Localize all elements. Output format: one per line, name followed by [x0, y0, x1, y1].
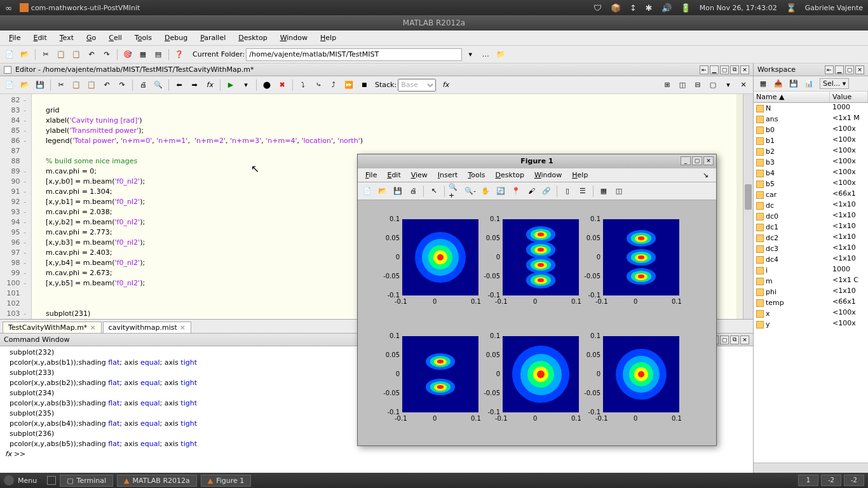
fig-menu-file[interactable]: File — [360, 170, 382, 180]
workspace-row[interactable]: N1000 — [754, 103, 868, 114]
fig-menu-insert[interactable]: Insert — [433, 170, 463, 180]
close-icon[interactable]: ✕ — [740, 336, 749, 344]
app-indicator[interactable]: com-mathworks-util-PostVMInit — [20, 3, 140, 12]
fig-menu-help[interactable]: Help — [567, 170, 593, 180]
close-icon[interactable]: ✕ — [855, 65, 864, 74]
minimize-icon[interactable]: ▁ — [835, 65, 844, 74]
editor-scrollbar[interactable] — [743, 94, 753, 319]
show-tools-icon[interactable]: ◫ — [612, 184, 626, 198]
save-fig-icon[interactable]: 💾 — [391, 184, 405, 198]
workspace-row[interactable]: dc3<1x10 — [754, 243, 868, 254]
task-figure[interactable]: ▲Figure 1 — [201, 475, 252, 487]
workspace-row[interactable]: b5<100x — [754, 179, 868, 189]
pan-icon[interactable]: ✋ — [478, 184, 492, 198]
minimize-icon[interactable]: ▁ — [710, 65, 719, 74]
zoom-out-icon[interactable]: 🔍- — [463, 184, 477, 198]
fx-label[interactable]: fx — [442, 81, 449, 89]
restore-icon[interactable]: ⧉ — [730, 65, 739, 74]
guide-icon[interactable]: ▦ — [136, 48, 150, 62]
volume-icon[interactable]: 🔊 — [661, 3, 672, 13]
forward-icon[interactable]: ➡ — [187, 78, 201, 92]
new-icon[interactable]: 📄 — [3, 48, 17, 62]
workspace-hscroll[interactable] — [754, 463, 868, 473]
workspace-row[interactable]: b2<100x — [754, 146, 868, 157]
dock-icon[interactable]: ⇤ — [700, 65, 709, 74]
workspace-row[interactable]: dc<1x10 — [754, 200, 868, 211]
copy-icon[interactable]: 📋 — [54, 48, 68, 62]
split-h-icon[interactable]: ◫ — [675, 78, 689, 92]
fig-menu-tools[interactable]: Tools — [463, 170, 490, 180]
select-button[interactable]: Sel... ▾ — [820, 78, 849, 89]
menu-edit[interactable]: Edit — [28, 32, 51, 43]
workspace-row[interactable]: dc0<1x10 — [754, 211, 868, 222]
folder-dropdown-icon[interactable]: ▾ — [463, 48, 477, 62]
workspace-row[interactable]: dc2<1x10 — [754, 233, 868, 243]
exit-debug-icon[interactable]: ⏹ — [357, 78, 371, 92]
tile-icon[interactable]: ⊞ — [660, 78, 674, 92]
workspace-header[interactable]: Name ▲ Value — [754, 92, 868, 103]
dock-icon[interactable]: ⇤ — [825, 65, 834, 74]
fig-menu-desktop[interactable]: Desktop — [491, 170, 529, 180]
workspace-row[interactable]: m<1x1 C — [754, 276, 868, 287]
paste-icon[interactable]: 📋 — [69, 48, 83, 62]
bluetooth-icon[interactable]: ✱ — [646, 3, 653, 13]
rotate-icon[interactable]: 🔄 — [494, 184, 508, 198]
workspace-row[interactable]: b1<100x — [754, 135, 868, 146]
minimize-icon[interactable]: _ — [681, 156, 691, 165]
legend-icon[interactable]: ☰ — [576, 184, 590, 198]
apps-icon[interactable]: ∞ — [5, 3, 12, 13]
header-value[interactable]: Value — [830, 92, 868, 102]
print-icon[interactable]: 🖨 — [136, 78, 150, 92]
run-dropdown-icon[interactable]: ▾ — [239, 78, 253, 92]
figure-window[interactable]: Figure 1 _ ▢ ✕ File Edit View Insert Too… — [357, 154, 717, 446]
figure-title[interactable]: Figure 1 _ ▢ ✕ — [358, 154, 716, 168]
menu-window[interactable]: Window — [275, 32, 313, 43]
print-fig-icon[interactable]: 🖨 — [406, 184, 420, 198]
paste-icon[interactable]: 📋 — [85, 78, 98, 92]
editor-tab[interactable]: cavitywithmap.mist× — [103, 322, 191, 333]
user-label[interactable]: Gabriele Vajente — [805, 4, 863, 12]
new-fig-icon[interactable]: 📄 — [360, 184, 374, 198]
current-folder-input[interactable] — [246, 48, 462, 61]
redo-icon[interactable]: ↷ — [115, 78, 129, 92]
workspace-row[interactable]: b3<100x — [754, 157, 868, 168]
network-icon[interactable]: ↕ — [630, 3, 637, 13]
shield-icon[interactable]: 🛡 — [593, 3, 602, 13]
open-icon[interactable]: 📂 — [18, 48, 32, 62]
stack-select[interactable]: Base — [398, 79, 436, 92]
browse-folder-icon[interactable]: … — [478, 48, 492, 62]
fig-menu-expand-icon[interactable]: ↘ — [698, 170, 714, 180]
hide-tools-icon[interactable]: ▦ — [597, 184, 611, 198]
step-icon[interactable]: ⤵ — [296, 78, 310, 92]
workspace-row[interactable]: i1000 — [754, 265, 868, 276]
redo-icon[interactable]: ↷ — [100, 48, 114, 62]
menu-button[interactable]: Menu — [18, 477, 37, 485]
dock-icon[interactable]: ▾ — [721, 78, 735, 92]
fig-menu-window[interactable]: Window — [529, 170, 567, 180]
scrollbar-thumb[interactable] — [745, 184, 752, 210]
task-matlab[interactable]: ▲MATLAB R2012a — [117, 475, 197, 487]
menu-debug[interactable]: Debug — [159, 32, 193, 43]
close-tab-icon[interactable]: × — [90, 323, 95, 332]
fig-menu-edit[interactable]: Edit — [382, 170, 405, 180]
import-icon[interactable]: 📥 — [771, 77, 785, 91]
clear-breakpoint-icon[interactable]: ✖ — [275, 78, 289, 92]
workspace-row[interactable]: x<100x — [754, 308, 868, 319]
link-icon[interactable]: 🔗 — [539, 184, 553, 198]
profiler-icon[interactable]: ▤ — [151, 48, 165, 62]
menu-go[interactable]: Go — [81, 32, 101, 43]
workspace-row[interactable]: dc4<1x10 — [754, 254, 868, 265]
find-icon[interactable]: 🔍 — [151, 78, 165, 92]
undo-icon[interactable]: ↶ — [85, 48, 98, 62]
zoom-in-icon[interactable]: 🔍+ — [448, 184, 462, 198]
restore-icon[interactable]: ⧉ — [730, 336, 739, 344]
clock[interactable]: Mon Nov 26, 17:43:02 — [700, 4, 777, 12]
float-icon[interactable]: ▢ — [706, 78, 720, 92]
simulink-icon[interactable]: 🎯 — [121, 48, 135, 62]
workspace-1[interactable]: 1 — [798, 475, 818, 486]
menu-cell[interactable]: Cell — [104, 32, 127, 43]
brush-icon[interactable]: 🖌 — [524, 184, 538, 198]
split-v-icon[interactable]: ⊟ — [691, 78, 705, 92]
undo-icon[interactable]: ↶ — [100, 78, 114, 92]
menu-help[interactable]: Help — [315, 32, 341, 43]
